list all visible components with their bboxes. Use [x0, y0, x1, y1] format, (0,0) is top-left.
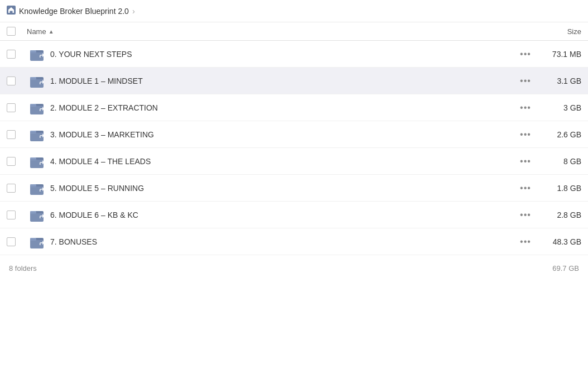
folder-icon [27, 127, 47, 142]
file-actions[interactable]: ••• [514, 181, 537, 195]
folder-count: 8 folders [9, 264, 37, 273]
file-size: 2.6 GB [537, 130, 581, 139]
breadcrumb: Knowledge Broker Blueprint 2.0 › [0, 0, 588, 22]
more-options-button[interactable]: ••• [515, 235, 536, 249]
total-size: 69.7 GB [552, 264, 579, 273]
more-options-button[interactable]: ••• [515, 154, 536, 169]
file-name: 6. MODULE 6 – KB & KC [47, 211, 514, 219]
table-row[interactable]: 2. MODULE 2 – EXTRACTION ••• 3 GB [0, 94, 588, 121]
svg-rect-14 [30, 157, 36, 160]
more-options-button[interactable]: ••• [515, 208, 536, 222]
more-options-button[interactable]: ••• [515, 127, 536, 142]
folder-icon [27, 208, 47, 222]
file-size: 1.8 GB [537, 184, 581, 193]
folder-icon [27, 47, 47, 61]
svg-rect-20 [30, 211, 36, 214]
row-checkbox-7[interactable] [7, 211, 27, 219]
svg-rect-11 [30, 131, 36, 133]
svg-rect-12 [30, 132, 44, 133]
row-checkbox-1[interactable] [7, 50, 27, 59]
folder-icon [27, 181, 47, 195]
file-actions[interactable]: ••• [514, 127, 537, 142]
sort-icon: ▲ [49, 28, 54, 35]
table-row[interactable]: 4. MODULE 4 – THE LEADS ••• 8 GB [0, 148, 588, 175]
home-icon [7, 6, 16, 16]
footer: 8 folders 69.7 GB [0, 257, 588, 279]
breadcrumb-chevron: › [132, 6, 135, 16]
table-row[interactable]: 6. MODULE 6 – KB & KC ••• 2.8 GB [0, 202, 588, 228]
svg-rect-2 [30, 50, 36, 53]
file-name: 4. MODULE 4 – THE LEADS [47, 157, 514, 166]
file-name: 1. MODULE 1 – MINDSET [47, 77, 514, 85]
svg-rect-9 [30, 106, 44, 106]
folder-icon [27, 154, 47, 169]
more-options-button[interactable]: ••• [515, 101, 536, 115]
file-name: 2. MODULE 2 – EXTRACTION [47, 103, 514, 112]
row-checkbox-5[interactable] [7, 157, 27, 166]
file-size: 3 GB [537, 103, 581, 112]
name-column-header[interactable]: Name ▲ [27, 27, 526, 36]
table-row[interactable]: 0. YOUR NEXT STEPS ••• 73.1 MB [0, 41, 588, 68]
svg-rect-8 [30, 104, 36, 107]
file-size: 2.8 GB [537, 211, 581, 219]
file-name: 0. YOUR NEXT STEPS [47, 50, 514, 59]
table-row[interactable]: 7. BONUSES ••• 48.3 GB [0, 228, 588, 255]
table-row[interactable]: 1. MODULE 1 – MINDSET ••• 3.1 GB [0, 68, 588, 94]
file-name: 7. BONUSES [47, 237, 514, 246]
svg-rect-18 [30, 186, 44, 187]
file-actions[interactable]: ••• [514, 101, 537, 115]
svg-rect-6 [30, 79, 44, 79]
select-all-checkbox[interactable] [7, 27, 27, 36]
file-size: 8 GB [537, 157, 581, 166]
table-row[interactable]: 3. MODULE 3 – MARKETING ••• 2.6 GB [0, 121, 588, 148]
breadcrumb-title[interactable]: Knowledge Broker Blueprint 2.0 [19, 7, 129, 16]
file-list: 0. YOUR NEXT STEPS ••• 73.1 MB [0, 41, 588, 255]
svg-rect-3 [30, 52, 44, 52]
folder-icon [27, 235, 47, 249]
more-options-button[interactable]: ••• [515, 74, 536, 88]
folder-icon [27, 74, 47, 88]
size-column-header: Size [526, 27, 581, 36]
svg-rect-5 [30, 77, 36, 80]
file-name: 5. MODULE 5 – RUNNING [47, 184, 514, 193]
row-checkbox-2[interactable] [7, 77, 27, 85]
row-checkbox-6[interactable] [7, 184, 27, 193]
folder-icon [27, 101, 47, 115]
file-actions[interactable]: ••• [514, 154, 537, 169]
more-options-button[interactable]: ••• [515, 181, 536, 195]
file-size: 73.1 MB [537, 50, 581, 59]
table-row[interactable]: 5. MODULE 5 – RUNNING ••• 1.8 GB [0, 175, 588, 202]
svg-rect-23 [30, 238, 36, 241]
file-size: 3.1 GB [537, 77, 581, 85]
svg-rect-15 [30, 159, 44, 160]
svg-rect-17 [30, 184, 36, 187]
svg-rect-21 [30, 213, 44, 213]
row-checkbox-8[interactable] [7, 237, 27, 246]
row-checkbox-4[interactable] [7, 130, 27, 139]
more-options-button[interactable]: ••• [515, 47, 536, 61]
table-header: Name ▲ Size [0, 22, 588, 41]
file-actions[interactable]: ••• [514, 208, 537, 222]
svg-rect-24 [30, 240, 44, 240]
file-actions[interactable]: ••• [514, 74, 537, 88]
file-name: 3. MODULE 3 – MARKETING [47, 130, 514, 139]
row-checkbox-3[interactable] [7, 103, 27, 112]
file-actions[interactable]: ••• [514, 47, 537, 61]
file-size: 48.3 GB [537, 237, 581, 246]
file-actions[interactable]: ••• [514, 235, 537, 249]
